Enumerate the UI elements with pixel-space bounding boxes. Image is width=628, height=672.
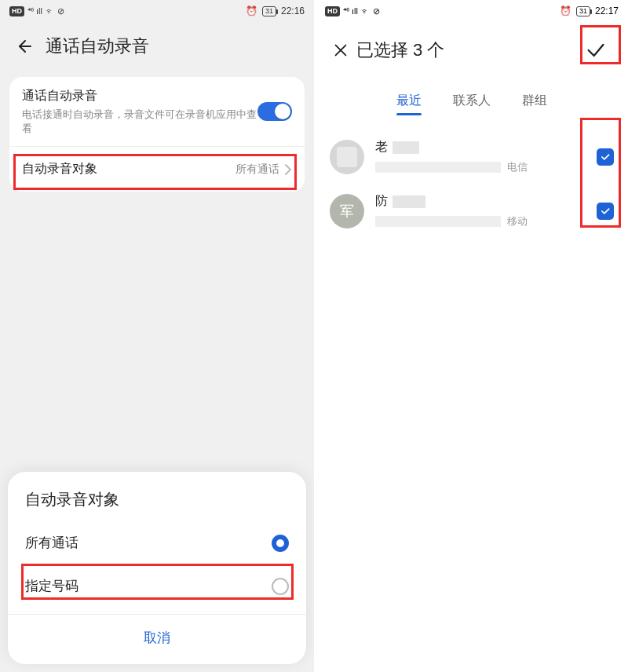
- page-header: 通话自动录音: [0, 22, 314, 77]
- radio-checked-icon: [272, 535, 289, 552]
- carrier-label: 电信: [507, 160, 528, 174]
- status-bar: HD ⁴⁶ ıll ᯤ ⊘ ⏰ 31 22:17: [316, 0, 628, 22]
- contact-picker-screen: HD ⁴⁶ ıll ᯤ ⊘ ⏰ 31 22:17 已选择 3 个 最近 联系人 …: [314, 0, 628, 672]
- contact-name-prefix: 老: [375, 139, 388, 155]
- tab-groups[interactable]: 群组: [522, 93, 547, 115]
- settings-card: 通话自动录音 电话接通时自动录音，录音文件可在录音机应用中查看 自动录音对象 所…: [9, 77, 305, 192]
- battery-indicator: 31: [576, 6, 590, 16]
- close-icon: [332, 42, 349, 59]
- picker-title: 已选择 3 个: [356, 38, 444, 62]
- record-target-label: 自动录音对象: [22, 161, 236, 177]
- sheet-title: 自动录音对象: [8, 489, 306, 521]
- close-button[interactable]: [330, 39, 352, 61]
- picker-tabs: 最近 联系人 群组: [316, 79, 628, 123]
- settings-screen: HD ⁴⁶ ıll ᯤ ⊘ ⏰ 31 22:16 通话自动录音 通话自动录音 电…: [0, 0, 314, 672]
- check-icon: [585, 39, 607, 61]
- status-time: 22:17: [595, 5, 619, 16]
- status-right: ⏰ 31 22:17: [560, 5, 619, 16]
- checkbox-checked[interactable]: [597, 148, 614, 166]
- chevron-right-icon: [284, 163, 292, 176]
- option-label: 所有通话: [25, 534, 78, 552]
- confirm-button[interactable]: [578, 33, 614, 68]
- redacted-text: [392, 195, 425, 208]
- auto-record-title: 通话自动录音: [22, 88, 257, 104]
- status-right: ⏰ 31 22:16: [246, 5, 305, 16]
- avatar-text: 军: [340, 202, 354, 221]
- back-icon: [16, 37, 35, 56]
- carrier-label: 移动: [507, 214, 528, 228]
- target-bottom-sheet: 自动录音对象 所有通话 指定号码 取消: [8, 472, 306, 664]
- record-target-value: 所有通话: [236, 163, 279, 177]
- auto-record-toggle-row[interactable]: 通话自动录音 电话接通时自动录音，录音文件可在录音机应用中查看: [9, 77, 305, 146]
- contact-name-prefix: 防: [375, 193, 388, 210]
- alarm-icon: ⏰: [560, 5, 571, 16]
- tab-contacts[interactable]: 联系人: [453, 93, 491, 115]
- option-all-calls[interactable]: 所有通话: [8, 521, 306, 564]
- battery-indicator: 31: [262, 6, 276, 16]
- avatar: 军: [330, 194, 364, 228]
- status-left-icons: HD ⁴⁶ ıll ᯤ ⊘: [325, 6, 380, 16]
- option-label: 指定号码: [25, 577, 78, 595]
- avatar: [330, 140, 364, 174]
- redacted-text: [392, 141, 419, 154]
- record-target-row[interactable]: 自动录音对象 所有通话: [9, 146, 305, 192]
- check-icon: [600, 206, 611, 217]
- tab-recent[interactable]: 最近: [396, 93, 422, 115]
- status-left-icons: HD ⁴⁶ ıll ᯤ ⊘: [9, 6, 64, 16]
- check-icon: [600, 152, 611, 163]
- picker-header: 已选择 3 个: [316, 22, 628, 79]
- alarm-icon: ⏰: [246, 5, 257, 16]
- auto-record-desc: 电话接通时自动录音，录音文件可在录音机应用中查看: [22, 108, 257, 135]
- auto-record-toggle[interactable]: [257, 102, 292, 121]
- status-time: 22:16: [281, 5, 305, 16]
- option-specific-numbers[interactable]: 指定号码: [8, 564, 306, 608]
- status-bar: HD ⁴⁶ ıll ᯤ ⊘ ⏰ 31 22:16: [0, 0, 314, 22]
- page-title: 通话自动录音: [46, 35, 149, 58]
- redacted-text: [375, 216, 501, 227]
- contact-list: 老 电信 军 防: [316, 123, 628, 244]
- contact-row[interactable]: 军 防 移动: [316, 184, 628, 238]
- radio-unchecked-icon: [272, 578, 289, 595]
- sheet-cancel-button[interactable]: 取消: [8, 614, 306, 664]
- contact-row[interactable]: 老 电信: [316, 130, 628, 184]
- redacted-text: [375, 162, 501, 173]
- back-button[interactable]: [14, 35, 36, 57]
- checkbox-checked[interactable]: [597, 203, 614, 220]
